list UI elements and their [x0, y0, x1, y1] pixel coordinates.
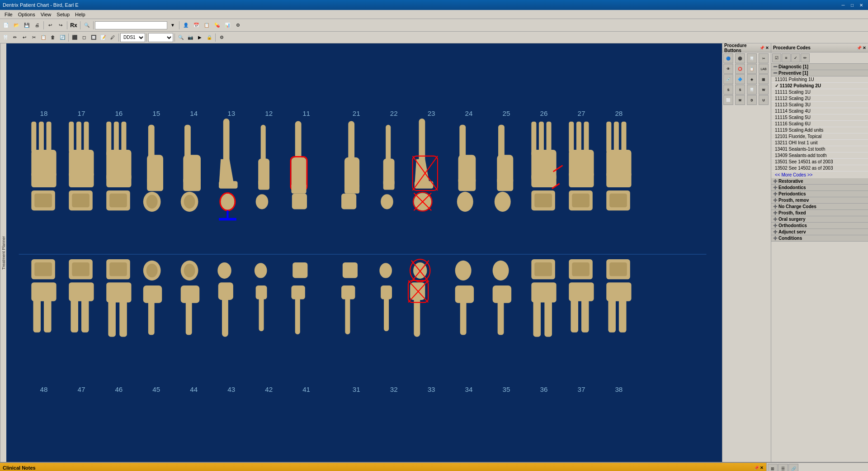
toolbar-btn-5[interactable]: 📊 — [222, 20, 232, 30]
search-btn[interactable]: 🔍 — [82, 20, 92, 30]
code-11119[interactable]: 11119 Scaling Add units — [771, 127, 868, 133]
restorative-category[interactable]: ➕ Restorative — [771, 178, 868, 185]
proc-icon-lab[interactable]: LAB — [759, 64, 769, 74]
redo-btn[interactable]: ↪ — [56, 20, 66, 30]
chart-btn-5[interactable]: 📋 — [39, 33, 48, 42]
save-btn[interactable]: 💾 — [22, 20, 32, 30]
conditions-category[interactable]: ➕ Conditions — [771, 235, 868, 242]
chart-btn-7[interactable]: 🔄 — [58, 33, 67, 42]
toolbar-btn-2[interactable]: 📅 — [191, 20, 201, 30]
patient-search-input[interactable]: Bird, Earl E — [95, 21, 167, 29]
open-btn[interactable]: 📂 — [11, 20, 21, 30]
minimize-button[interactable]: ─ — [839, 1, 847, 9]
code-11101[interactable]: 11101 Polishing 1U — [771, 76, 868, 83]
code-11114[interactable]: 11114 Scaling 4U — [771, 108, 868, 114]
code-11116[interactable]: 11116 Scaling 6U — [771, 121, 868, 127]
proc-icon-12[interactable]: 🦷 — [747, 85, 757, 95]
proc-icon-7[interactable]: 📋 — [747, 64, 757, 74]
new-btn[interactable]: 📄 — [1, 20, 11, 30]
pc-btn-2[interactable]: ≡ — [782, 53, 791, 62]
code-12101[interactable]: 12101 Fluoride, Topical — [771, 133, 868, 140]
toolbar-btn-4[interactable]: 💊 — [212, 20, 222, 30]
chart-btn-12[interactable]: 🖊 — [108, 33, 117, 42]
br-btn-2[interactable]: ☰ — [778, 464, 788, 471]
proc-icon-6[interactable]: ⭕ — [735, 64, 745, 74]
menu-view[interactable]: View — [38, 11, 54, 18]
menu-file[interactable]: File — [2, 11, 15, 18]
code-11113[interactable]: 11113 Scaling 3U — [771, 102, 868, 108]
proc-icon-m[interactable]: M — [735, 95, 745, 105]
proc-icon-u[interactable]: U — [759, 95, 769, 105]
chart-btn-8[interactable]: ⬛ — [70, 33, 79, 42]
chart-btn-10[interactable]: 🔲 — [89, 33, 98, 42]
pc-btn-1[interactable]: ☑ — [772, 53, 781, 62]
periodontics-category[interactable]: ➕ Periodontics — [771, 191, 868, 197]
zoom-btn[interactable]: 🔍 — [176, 33, 185, 42]
proc-buttons-close[interactable]: ✕ — [765, 46, 769, 50]
undo-btn[interactable]: ↩ — [45, 20, 55, 30]
code-11112[interactable]: 11112 Scaling 2U — [771, 95, 868, 102]
br-btn-3[interactable]: 🔗 — [788, 464, 798, 471]
code-11115[interactable]: 11115 Scaling 5U — [771, 114, 868, 121]
chart-btn-9[interactable]: ◻ — [80, 33, 89, 42]
code-13211[interactable]: 13211 OHI Inst 1 unit — [771, 140, 868, 146]
proc-icon-3[interactable]: 🦷 — [747, 53, 757, 63]
proc-icon-10[interactable]: ◈ — [747, 74, 757, 84]
close-button[interactable]: ✕ — [857, 1, 865, 9]
view-select[interactable] — [148, 33, 173, 42]
chart-btn-6[interactable]: 🗑 — [48, 33, 57, 42]
filter-btn[interactable]: ⚙ — [217, 33, 226, 42]
proc-icon-2[interactable]: ⚫ — [735, 53, 745, 63]
pc-btn-3[interactable]: ✓ — [791, 53, 800, 62]
code-13502[interactable]: 13502 See 14502 as of 2003 — [771, 165, 868, 171]
proc-icon-w[interactable]: W — [759, 85, 769, 95]
orthodontics-category[interactable]: ➕ Orthodontics — [771, 223, 868, 229]
menu-help[interactable]: Help — [72, 11, 88, 18]
prosth-remov-category[interactable]: ➕ Prosth, remov — [771, 197, 868, 204]
toolbar-btn-6[interactable]: ⚙ — [233, 20, 243, 30]
provider-select[interactable]: DDS1 — [120, 33, 145, 42]
code-11102[interactable]: 11102 Polishing 2U — [771, 83, 868, 89]
proc-codes-close[interactable]: ✕ — [863, 46, 866, 50]
prosth-fixed-category[interactable]: ➕ Prosth, fixed — [771, 210, 868, 216]
code-11111[interactable]: 11111 Scaling 1U — [771, 89, 868, 95]
no-charge-codes-category[interactable]: ➕ No Charge Codes — [771, 204, 868, 210]
proc-icon-4[interactable]: ✂ — [759, 53, 769, 63]
treatment-planner-tab[interactable]: Treatment Planner — [0, 43, 6, 462]
code-13501[interactable]: 13501 See 14501 as of 2003 — [771, 159, 868, 165]
toolbar-btn-1[interactable]: 👤 — [181, 20, 191, 30]
proc-icon-1[interactable]: 🔵 — [723, 53, 733, 63]
code-13409[interactable]: 13409 Sealants-add tooth — [771, 152, 868, 159]
proc-icon-d[interactable]: D — [747, 95, 757, 105]
preventive-category[interactable]: ➖ Preventive [1] — [771, 70, 868, 76]
rx-btn[interactable]: Rx — [69, 20, 79, 30]
proc-icon-11[interactable]: ▦ — [759, 74, 769, 84]
print-btn[interactable]: 🖨 — [32, 20, 42, 30]
br-btn-1[interactable]: ⊞ — [768, 464, 778, 471]
chart-btn-1[interactable]: 🦷 — [1, 33, 10, 42]
maximize-button[interactable]: □ — [848, 1, 856, 9]
endodontics-category[interactable]: ➕ Endodontics — [771, 185, 868, 191]
lock-btn[interactable]: 🔒 — [205, 33, 214, 42]
pc-btn-4[interactable]: ✏ — [801, 53, 810, 62]
notes-close[interactable]: ✕ — [760, 466, 764, 470]
more-codes-link[interactable]: << More Codes >> — [771, 171, 868, 178]
proc-icon-s2[interactable]: S — [735, 85, 745, 95]
diagnostic-category[interactable]: ➖ Diagnostic [1] — [771, 64, 868, 70]
chart-btn-4[interactable]: ✂ — [29, 33, 38, 42]
code-13401[interactable]: 13401 Sealants-1st tooth — [771, 146, 868, 152]
proc-icon-5[interactable]: 👁 — [723, 64, 733, 74]
proc-icon-13[interactable]: ⬜ — [723, 95, 733, 105]
cam-btn[interactable]: 📷 — [186, 33, 195, 42]
oral-surgery-category[interactable]: ➕ Oral surgery — [771, 216, 868, 223]
proc-codes-pin[interactable]: 📌 — [857, 46, 862, 50]
patient-search-go[interactable]: ▼ — [168, 20, 178, 30]
proc-buttons-pin[interactable]: 📌 — [760, 46, 764, 50]
chart-btn-2[interactable]: ✏ — [10, 33, 19, 42]
menu-setup[interactable]: Setup — [54, 11, 72, 18]
menu-options[interactable]: Options — [15, 11, 38, 18]
adjunct-serv-category[interactable]: ➕ Adjunct serv — [771, 229, 868, 235]
proc-icon-8[interactable]: 💉 — [723, 74, 733, 84]
chart-btn-3[interactable]: ↩ — [20, 33, 29, 42]
proc-icon-s1[interactable]: S — [723, 85, 733, 95]
